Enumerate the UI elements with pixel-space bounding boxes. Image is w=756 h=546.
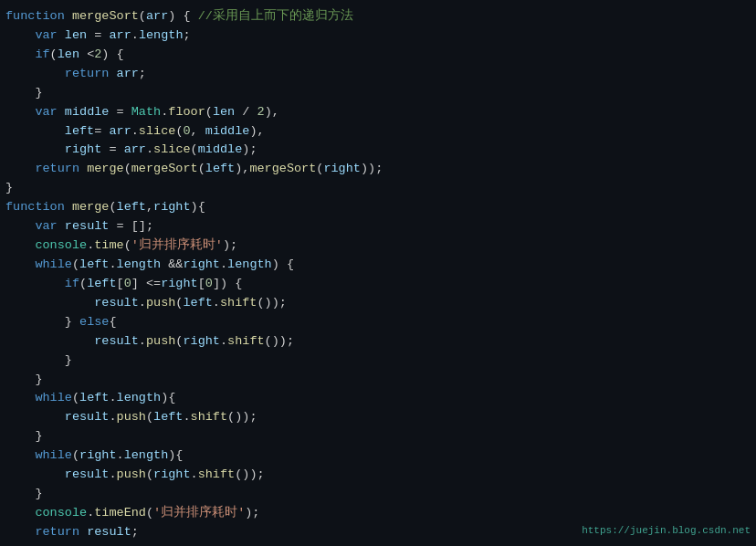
code-line-7: left= arr.slice(0, middle), [5,122,751,142]
code-line-18: result.push(right.shift()); [5,332,751,352]
code-line-14: while(left.length &&right.length) { [5,256,751,275]
code-line-8: right = arr.slice(middle); [5,141,751,160]
code-line-20: } [5,371,751,390]
code-line-17: } else{ [5,313,751,332]
code-line-25: result.push(right.shift()); [5,466,751,485]
code-line-15: if(left[0] <=right[0]) { [5,275,751,294]
code-line-22: result.push(left.shift()); [5,408,751,427]
code-line-24: while(right.length){ [5,446,751,466]
code-line-6: var middle = Math.floor(len / 2), [5,103,751,122]
code-line-4: return arr; [5,65,751,84]
code-line-5: } [5,84,751,103]
code-line-29: } [5,542,751,546]
code-line-13: console.time('归并排序耗时'); [5,236,751,256]
code-line-3: if(len <2) { [5,46,751,65]
code-line-9: return merge(mergeSort(left),mergeSort(r… [5,160,751,179]
code-line-26: } [5,485,751,504]
code-editor: function mergeSort(arr) { //采用自上而下的递归方法 … [0,0,756,546]
code-line-2: var len = arr.length; [5,26,751,46]
code-line-10: } [5,179,751,198]
code-line-27: console.timeEnd('归并排序耗时'); [5,504,751,523]
code-line-23: } [5,427,751,446]
watermark-text: https://juejin.blog.csdn.net [582,523,751,539]
code-line-12: var result = []; [5,217,751,236]
code-line-19: } [5,352,751,371]
code-line-11: function merge(left,right){ [5,198,751,217]
code-line-1: function mergeSort(arr) { //采用自上而下的递归方法 [5,7,751,26]
code-line-16: result.push(left.shift()); [5,294,751,313]
code-line-21: while(left.length){ [5,389,751,408]
